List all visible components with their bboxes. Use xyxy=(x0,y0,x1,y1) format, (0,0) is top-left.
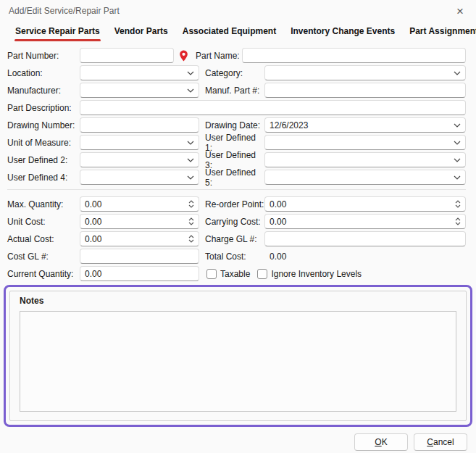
part-description-input-wrap xyxy=(80,100,466,115)
manufacturer-select[interactable] xyxy=(80,83,199,98)
actual-cost-stepper[interactable] xyxy=(80,231,199,246)
notes-highlight-border: Notes xyxy=(4,285,472,427)
drawing-date-select[interactable]: 12/6/2023 xyxy=(264,117,466,133)
ok-button[interactable]: OK xyxy=(354,433,408,451)
cost-gl-input[interactable] xyxy=(85,249,194,263)
tab-associated-equipment[interactable]: Associated Equipment xyxy=(182,25,277,43)
category-label: Category: xyxy=(205,68,264,78)
part-description-input[interactable] xyxy=(85,101,461,115)
spinner-icon[interactable] xyxy=(188,200,194,208)
manuf-part-label: Manuf. Part #: xyxy=(205,86,264,96)
tab-part-assignments[interactable]: Part Assignments xyxy=(409,25,476,43)
unit-of-measure-select[interactable] xyxy=(80,135,199,150)
checkbox-icon[interactable] xyxy=(206,269,217,279)
cancel-button[interactable]: Cancel xyxy=(414,433,467,451)
chevron-down-icon xyxy=(187,158,194,162)
current-quantity-input[interactable] xyxy=(85,267,194,280)
drawing-number-input[interactable] xyxy=(85,118,194,132)
cost-gl-label: Cost GL #: xyxy=(7,252,80,262)
dialog-title: Add/Edit Service/Repair Part xyxy=(9,6,120,16)
ok-mnemonic: O xyxy=(375,437,381,447)
user-defined-5-select[interactable] xyxy=(264,170,466,185)
taxable-checkbox[interactable]: Taxable xyxy=(206,269,250,279)
cancel-rest: ancel xyxy=(433,437,454,447)
ignore-inventory-levels-checkbox[interactable]: Ignore Inventory Levels xyxy=(257,269,362,279)
reorder-point-label: Re-order Point: xyxy=(205,199,264,209)
part-number-label: Part Number: xyxy=(7,51,80,61)
spinner-icon[interactable] xyxy=(455,217,461,225)
checkbox-icon[interactable] xyxy=(257,269,267,279)
current-quantity-label: Current Quantity: xyxy=(7,269,80,279)
category-select[interactable] xyxy=(264,65,466,80)
part-number-input-wrap xyxy=(80,48,174,63)
carrying-cost-stepper[interactable] xyxy=(264,214,466,229)
manuf-part-input-wrap xyxy=(264,83,466,98)
location-label: Location: xyxy=(7,68,80,78)
form-row: Max. Quantity: Re-order Point: xyxy=(7,196,466,212)
user-defined-2-select[interactable] xyxy=(80,152,199,167)
chevron-down-icon xyxy=(187,88,194,93)
cancel-mnemonic: C xyxy=(427,437,433,447)
reorder-point-input[interactable] xyxy=(270,197,455,211)
chevron-down-icon xyxy=(454,123,461,128)
dialog-button-row: OK Cancel xyxy=(0,427,476,451)
form-row: Location: Category: xyxy=(7,65,466,80)
actual-cost-input[interactable] xyxy=(85,232,188,246)
max-quantity-label: Max. Quantity: xyxy=(7,199,80,209)
section-divider xyxy=(7,189,466,190)
chevron-down-icon xyxy=(187,175,194,180)
spinner-icon[interactable] xyxy=(455,200,461,208)
user-defined-1-select[interactable] xyxy=(264,135,466,150)
form-row: Actual Cost: Charge GL #: xyxy=(7,231,466,246)
reorder-point-stepper[interactable] xyxy=(264,196,466,212)
tab-bar: Service Repair Parts Vendor Parts Associ… xyxy=(0,22,476,42)
spinner-icon[interactable] xyxy=(188,235,194,243)
tab-inventory-change-events[interactable]: Inventory Change Events xyxy=(290,25,396,43)
notes-group: Notes xyxy=(9,291,467,421)
chevron-down-icon xyxy=(454,175,461,180)
chevron-down-icon xyxy=(187,141,194,145)
form-row: Unit of Measure: User Defined 1: xyxy=(7,135,466,150)
notes-textarea[interactable] xyxy=(20,311,456,412)
total-cost-label: Total Cost: xyxy=(205,252,264,262)
part-description-label: Part Description: xyxy=(7,103,80,113)
close-icon[interactable]: × xyxy=(454,5,466,17)
charge-gl-input[interactable] xyxy=(270,232,461,246)
form-row: Drawing Number: Drawing Date: 12/6/2023 xyxy=(7,117,466,133)
tab-vendor-parts[interactable]: Vendor Parts xyxy=(114,25,169,43)
tab-service-repair-parts[interactable]: Service Repair Parts xyxy=(14,25,101,43)
chevron-down-icon xyxy=(187,71,194,75)
chevron-down-icon xyxy=(454,141,461,145)
max-quantity-stepper[interactable] xyxy=(80,196,199,212)
form-row: Unit Cost: Carrying Cost: xyxy=(7,214,466,229)
part-number-input[interactable] xyxy=(85,49,169,62)
part-name-input-wrap xyxy=(242,48,466,63)
user-defined-2-label: User Defined 2: xyxy=(7,155,80,165)
form-area: Part Number: Part Name: Location: Catego… xyxy=(0,42,476,281)
part-name-input[interactable] xyxy=(247,49,461,62)
total-cost-value: 0.00 xyxy=(264,252,466,262)
user-defined-3-select[interactable] xyxy=(264,152,466,167)
spinner-icon[interactable] xyxy=(188,217,194,225)
drawing-number-input-wrap xyxy=(80,117,199,133)
form-row: Part Description: xyxy=(7,100,466,115)
form-row: User Defined 4: User Defined 5: xyxy=(7,170,466,185)
drawing-date-value: 12/6/2023 xyxy=(270,120,454,130)
manuf-part-input[interactable] xyxy=(270,83,461,97)
max-quantity-input[interactable] xyxy=(85,197,188,211)
charge-gl-label: Charge GL #: xyxy=(205,234,264,244)
drawing-number-label: Drawing Number: xyxy=(7,120,80,130)
dialog-titlebar: Add/Edit Service/Repair Part × xyxy=(0,0,476,22)
user-defined-4-label: User Defined 4: xyxy=(7,173,80,183)
carrying-cost-input[interactable] xyxy=(270,215,455,228)
manufacturer-label: Manufacturer: xyxy=(7,86,80,96)
drawing-date-label: Drawing Date: xyxy=(205,120,264,130)
location-pin-icon[interactable] xyxy=(174,50,193,62)
user-defined-4-select[interactable] xyxy=(80,170,199,185)
cost-gl-input-wrap xyxy=(80,249,199,264)
unit-cost-stepper[interactable] xyxy=(80,214,199,229)
carrying-cost-label: Carrying Cost: xyxy=(205,217,264,227)
unit-cost-input[interactable] xyxy=(85,215,188,228)
location-select[interactable] xyxy=(80,65,199,80)
form-row: Current Quantity: Taxable Ignore Invento… xyxy=(7,266,466,281)
